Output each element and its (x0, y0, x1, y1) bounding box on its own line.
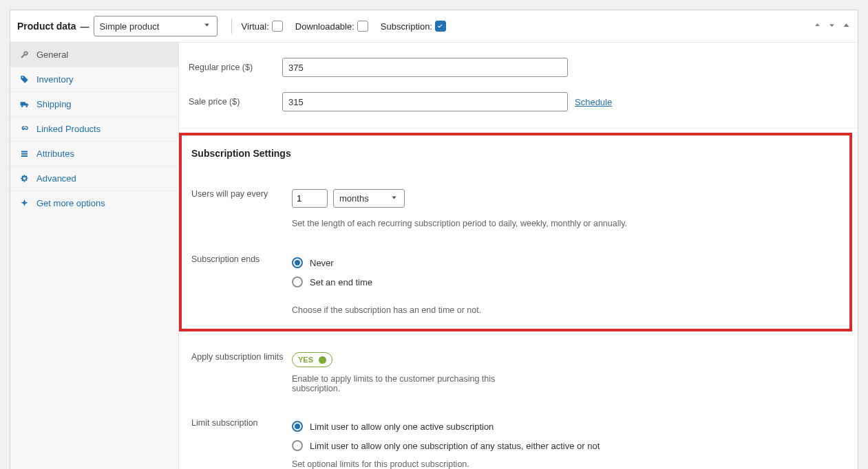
ends-set-radio[interactable] (292, 276, 303, 287)
regular-price-row: Regular price ($) (179, 54, 858, 81)
limit-active-option[interactable]: Limit user to allow only one active subs… (292, 421, 851, 432)
limit-subscription-help: Set optional limits for this product sub… (292, 459, 851, 469)
sale-price-label: Sale price ($) (179, 97, 282, 107)
subscription-ends-help: Choose if the subscription has an end ti… (292, 305, 843, 315)
tabs-sidebar: General Inventory Shipping Linked Produc… (10, 43, 179, 469)
tab-linked-products[interactable]: Linked Products (10, 117, 178, 142)
tab-general[interactable]: General (10, 43, 178, 67)
toggle-dot-icon (319, 356, 326, 364)
apply-limits-toggle-label: YES (298, 356, 313, 364)
product-data-panel: Product data — Simple product Virtual: D… (10, 10, 858, 469)
limit-any-label: Limit user to allow only one subscriptio… (310, 441, 600, 451)
pay-every-period-value: months (339, 193, 369, 204)
panel-up-icon[interactable] (813, 21, 822, 32)
tab-label: General (36, 50, 68, 60)
pay-every-label: Users will pay every (189, 189, 292, 228)
tab-label: Attributes (36, 149, 74, 159)
limit-subscription-field: Limit subscription Limit user to allow o… (189, 413, 851, 469)
tab-label: Linked Products (36, 124, 100, 134)
tab-inventory[interactable]: Inventory (10, 67, 178, 92)
ends-never-radio[interactable] (292, 257, 303, 268)
virtual-option[interactable]: Virtual: (242, 21, 283, 32)
content-area: Regular price ($) Sale price ($) Schedul… (179, 43, 858, 469)
ends-never-option[interactable]: Never (292, 257, 843, 268)
limit-active-label: Limit user to allow only one active subs… (310, 422, 494, 432)
ends-set-label: Set an end time (310, 277, 372, 287)
limit-any-radio[interactable] (292, 440, 303, 451)
spark-icon (20, 199, 30, 208)
virtual-checkbox[interactable] (272, 21, 283, 32)
header-separator (231, 19, 232, 34)
chevron-down-icon (390, 193, 399, 204)
tab-label: Get more options (36, 198, 105, 208)
sale-price-row: Sale price ($) Schedule (179, 88, 858, 116)
header-controls (813, 21, 851, 32)
chevron-down-icon (202, 21, 211, 32)
tab-label: Shipping (36, 99, 72, 109)
downloadable-option[interactable]: Downloadable: (295, 21, 368, 32)
wrench-icon (20, 50, 30, 59)
limits-section: Apply subscription limits YES Enable to … (179, 338, 858, 469)
limit-any-option[interactable]: Limit user to allow only one subscriptio… (292, 440, 851, 451)
gear-icon (20, 174, 30, 183)
subscription-checkbox[interactable] (435, 21, 446, 32)
tab-advanced[interactable]: Advanced (10, 166, 178, 191)
tab-get-more[interactable]: Get more options (10, 191, 178, 215)
limit-subscription-label: Limit subscription (189, 418, 292, 469)
panel-header: Product data — Simple product Virtual: D… (10, 10, 858, 43)
apply-limits-label: Apply subscription limits (189, 352, 292, 393)
tab-attributes[interactable]: Attributes (10, 142, 178, 166)
apply-limits-toggle[interactable]: YES (292, 352, 332, 367)
virtual-label: Virtual: (242, 21, 269, 32)
subscription-settings-title: Subscription Settings (189, 148, 843, 159)
schedule-link[interactable]: Schedule (575, 97, 612, 107)
product-type-select[interactable]: Simple product (94, 16, 218, 36)
header-options: Virtual: Downloadable: Subscription: (242, 21, 446, 32)
subscription-option[interactable]: Subscription: (381, 21, 446, 32)
tab-label: Inventory (36, 74, 73, 85)
tag-icon (20, 75, 30, 84)
pay-every-number-input[interactable] (292, 189, 328, 208)
apply-limits-field: Apply subscription limits YES Enable to … (189, 347, 851, 393)
tab-label: Advanced (36, 173, 76, 184)
apply-limits-help: Enable to apply limits to the customer p… (292, 374, 498, 393)
pay-every-field: Users will pay every months Set the leng… (189, 184, 843, 228)
pay-every-period-select[interactable]: months (333, 189, 405, 208)
panel-dash: — (81, 21, 89, 32)
subscription-ends-label: Subscription ends (189, 254, 292, 315)
downloadable-checkbox[interactable] (357, 21, 368, 32)
truck-icon (20, 100, 30, 109)
subscription-label: Subscription: (381, 21, 432, 32)
link-icon (20, 124, 30, 133)
ends-set-option[interactable]: Set an end time (292, 276, 843, 287)
product-type-value: Simple product (100, 21, 160, 32)
regular-price-input[interactable] (282, 58, 568, 77)
regular-price-label: Regular price ($) (179, 63, 282, 72)
list-icon (20, 149, 30, 158)
panel-title: Product data (17, 21, 76, 32)
tab-shipping[interactable]: Shipping (10, 92, 178, 117)
price-section: Regular price ($) Sale price ($) Schedul… (179, 43, 858, 129)
ends-never-label: Never (310, 258, 334, 268)
panel-toggle-icon[interactable] (842, 21, 851, 32)
pay-every-help: Set the length of each recurring subscri… (292, 219, 843, 228)
limit-active-radio[interactable] (292, 421, 303, 432)
panel-down-icon[interactable] (827, 21, 836, 32)
subscription-ends-field: Subscription ends Never Set an end time … (189, 249, 843, 315)
sale-price-input[interactable] (282, 92, 568, 111)
downloadable-label: Downloadable: (295, 21, 354, 32)
subscription-settings-box: Subscription Settings Users will pay eve… (179, 133, 852, 331)
panel-body: General Inventory Shipping Linked Produc… (10, 43, 858, 469)
